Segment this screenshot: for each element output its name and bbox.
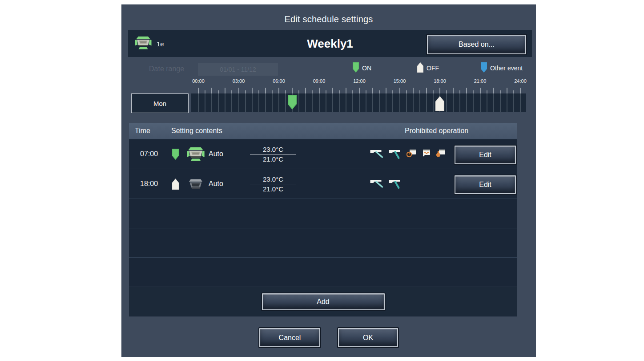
off-event-marker[interactable] bbox=[435, 96, 444, 113]
ruler-tick bbox=[238, 88, 239, 93]
off-marker-icon bbox=[168, 178, 183, 190]
day-button-mon[interactable]: Mon bbox=[131, 93, 189, 113]
row-setpoints: 23.0°C 21.0°C bbox=[249, 175, 298, 193]
cool-setpoint: 23.0°C bbox=[260, 175, 286, 184]
col-header-time: Time bbox=[129, 127, 171, 135]
add-band: Add bbox=[129, 287, 517, 316]
hour-label: 03:00 bbox=[233, 78, 245, 84]
timeline-tick bbox=[426, 93, 427, 112]
hour-label: 12:00 bbox=[353, 78, 366, 84]
edit-button-row-1[interactable]: Edit bbox=[455, 146, 516, 164]
timeline-tick bbox=[359, 93, 360, 112]
timeline-tick bbox=[326, 93, 326, 112]
empty-schedule-row bbox=[129, 257, 517, 287]
timeline-tick bbox=[252, 93, 252, 112]
ruler-tick bbox=[258, 90, 259, 93]
timeline-tick bbox=[520, 93, 521, 112]
col-header-prohibited-operation: Prohibited operation bbox=[405, 127, 468, 135]
ruler-tick bbox=[413, 88, 413, 93]
ruler-tick bbox=[339, 90, 339, 93]
row-time: 07:00 bbox=[129, 150, 168, 158]
timeline-tick bbox=[332, 93, 333, 112]
ruler-tick bbox=[306, 88, 306, 93]
unit-identity: 1e bbox=[134, 36, 201, 52]
legend-on-label: ON bbox=[362, 65, 371, 72]
timeline-tick bbox=[406, 93, 407, 112]
ruler-tick bbox=[299, 90, 299, 93]
hour-label: 09:00 bbox=[313, 78, 326, 84]
ruler-tick bbox=[467, 88, 467, 93]
timeline-band[interactable] bbox=[191, 93, 526, 112]
ruler-tick bbox=[366, 90, 366, 93]
timeline-tick bbox=[487, 93, 487, 112]
row-setpoints: 23.0°C 21.0°C bbox=[249, 146, 298, 163]
legend-on: ON bbox=[353, 62, 371, 74]
prohibited-operations bbox=[369, 147, 447, 161]
ac-unit-on-icon bbox=[183, 147, 209, 162]
timeline-tick bbox=[212, 93, 212, 112]
edit-schedule-dialog: Edit schedule settings 1e Weekly1 Based … bbox=[121, 4, 536, 357]
ruler-tick bbox=[218, 90, 219, 93]
row-mode: Auto bbox=[209, 150, 249, 158]
on-event-marker[interactable] bbox=[288, 95, 297, 111]
ruler-tick bbox=[265, 88, 266, 93]
timeline-tick bbox=[238, 93, 239, 112]
air-direction-prohibit-icon-2 bbox=[388, 147, 402, 161]
ruler-tick bbox=[513, 90, 514, 93]
ruler-tick bbox=[252, 88, 252, 93]
timeline-tick bbox=[225, 93, 225, 112]
row-mode: Auto bbox=[209, 180, 249, 188]
ruler-tick bbox=[386, 88, 386, 93]
ruler-tick bbox=[399, 88, 400, 93]
ruler-tick bbox=[205, 90, 205, 93]
timeline-tick bbox=[513, 93, 514, 112]
timeline-ruler bbox=[191, 86, 526, 93]
date-range-label: Date range bbox=[149, 65, 184, 73]
timeline-tick bbox=[245, 93, 246, 112]
timeline-tick bbox=[447, 93, 447, 112]
onoff-prohibit-icon bbox=[407, 149, 417, 159]
on-marker-icon bbox=[353, 62, 359, 74]
legend-other-event: Other event bbox=[481, 62, 523, 74]
ruler-tick bbox=[493, 88, 494, 93]
ruler-tick bbox=[453, 88, 454, 93]
ruler-tick bbox=[426, 88, 427, 93]
hour-label: 00:00 bbox=[192, 78, 205, 84]
timeline-tick bbox=[366, 93, 366, 112]
based-on-button[interactable]: Based on... bbox=[427, 35, 526, 54]
timeline-tick bbox=[306, 93, 306, 112]
ruler-tick bbox=[319, 88, 319, 93]
timeline-tick bbox=[319, 93, 319, 112]
timeline-tick bbox=[198, 93, 199, 112]
timeline-tick bbox=[373, 93, 373, 112]
air-direction-prohibit-icon-1 bbox=[369, 147, 384, 161]
legend-off: OFF bbox=[417, 62, 439, 74]
ruler-tick bbox=[500, 90, 500, 93]
heat-setpoint: 21.0°C bbox=[260, 184, 286, 193]
date-range-value: 01/01 - 11/12 bbox=[198, 63, 278, 76]
hour-label: 21:00 bbox=[474, 78, 487, 84]
timeline-tick bbox=[493, 93, 494, 112]
row-time: 18:00 bbox=[129, 180, 168, 188]
empty-schedule-row bbox=[129, 228, 517, 257]
on-marker-icon bbox=[168, 149, 183, 160]
edit-button-row-2[interactable]: Edit bbox=[455, 175, 516, 194]
ruler-tick bbox=[359, 88, 360, 93]
hour-label: 18:00 bbox=[434, 78, 446, 84]
timeline-tick bbox=[279, 93, 279, 112]
ok-button[interactable]: OK bbox=[338, 328, 398, 347]
timeline-tick bbox=[460, 93, 460, 112]
ac-unit-icon bbox=[134, 36, 152, 52]
cancel-button[interactable]: Cancel bbox=[259, 328, 320, 347]
add-button[interactable]: Add bbox=[262, 293, 385, 310]
ruler-tick bbox=[419, 90, 420, 93]
ruler-tick bbox=[346, 88, 346, 93]
settemp-prohibit-icon bbox=[436, 149, 447, 159]
timeline-tick bbox=[346, 93, 346, 112]
timeline-tick bbox=[205, 93, 205, 112]
cool-setpoint: 23.0°C bbox=[260, 146, 286, 154]
ruler-tick bbox=[212, 88, 212, 93]
timeline-tick bbox=[453, 93, 454, 112]
table-header: Time Setting contents Prohibited operati… bbox=[129, 123, 517, 139]
ruler-tick bbox=[225, 88, 225, 93]
